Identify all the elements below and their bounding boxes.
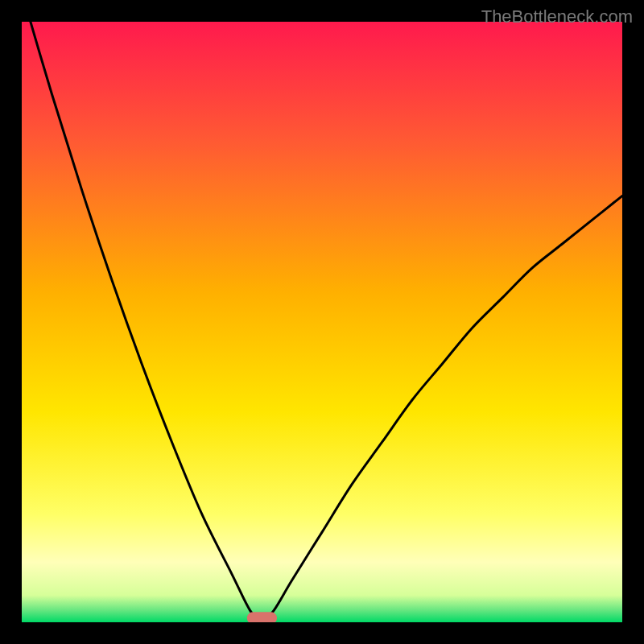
optimal-marker bbox=[247, 612, 277, 622]
bottleneck-chart bbox=[22, 22, 622, 622]
attribution-text: TheBottleneck.com bbox=[481, 6, 633, 27]
chart-canvas bbox=[22, 22, 622, 622]
